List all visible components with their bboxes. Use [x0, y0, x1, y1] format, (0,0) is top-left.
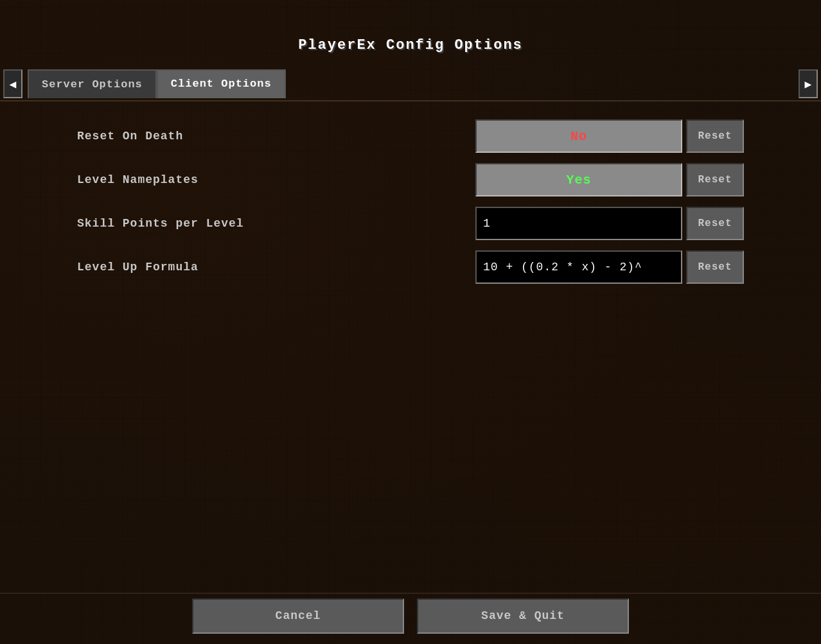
input-skill-points[interactable]	[475, 207, 682, 240]
main-screen: PlayerEx Config Options ◀ Server Options…	[0, 0, 821, 644]
tab-bar-divider	[0, 100, 821, 101]
left-arrow-icon: ◀	[10, 77, 17, 91]
nav-arrow-left[interactable]: ◀	[3, 69, 22, 98]
right-arrow-icon: ▶	[805, 77, 812, 91]
save-quit-button[interactable]: Save & Quit	[417, 598, 629, 634]
nav-arrow-right[interactable]: ▶	[799, 69, 818, 98]
toggle-level-nameplates[interactable]: Yes	[475, 163, 682, 196]
tab-bar: ◀ Server Options Client Options ▶	[0, 66, 821, 101]
option-row-skill-points: Skill Points per Level Reset	[39, 202, 782, 245]
reset-btn-level-nameplates[interactable]: Reset	[686, 163, 744, 196]
option-row-level-formula: Level Up Formula Reset	[39, 245, 782, 289]
content-area: Reset On Death No Reset Level Nameplates…	[0, 101, 821, 593]
control-level-nameplates: Yes Reset	[475, 163, 744, 196]
window-title: PlayerEx Config Options	[298, 37, 523, 53]
input-level-formula[interactable]	[475, 250, 682, 284]
control-skill-points: Reset	[475, 207, 744, 240]
label-level-nameplates: Level Nameplates	[77, 173, 475, 186]
label-skill-points: Skill Points per Level	[77, 217, 475, 230]
toggle-reset-on-death[interactable]: No	[475, 119, 682, 153]
option-row-level-nameplates: Level Nameplates Yes Reset	[39, 158, 782, 202]
tabs-wrapper: Server Options Client Options	[28, 69, 286, 98]
control-reset-on-death: No Reset	[475, 119, 744, 153]
label-level-formula: Level Up Formula	[77, 261, 475, 274]
bottom-bar: Cancel Save & Quit	[0, 593, 821, 644]
cancel-button[interactable]: Cancel	[192, 598, 404, 634]
option-row-reset-on-death: Reset On Death No Reset	[39, 114, 782, 158]
reset-btn-skill-points[interactable]: Reset	[686, 207, 744, 240]
tab-server-options[interactable]: Server Options	[28, 69, 157, 98]
control-level-formula: Reset	[475, 250, 744, 284]
tab-client-options[interactable]: Client Options	[157, 69, 286, 98]
reset-btn-level-formula[interactable]: Reset	[686, 250, 744, 284]
reset-btn-reset-on-death[interactable]: Reset	[686, 119, 744, 153]
label-reset-on-death: Reset On Death	[77, 130, 475, 143]
